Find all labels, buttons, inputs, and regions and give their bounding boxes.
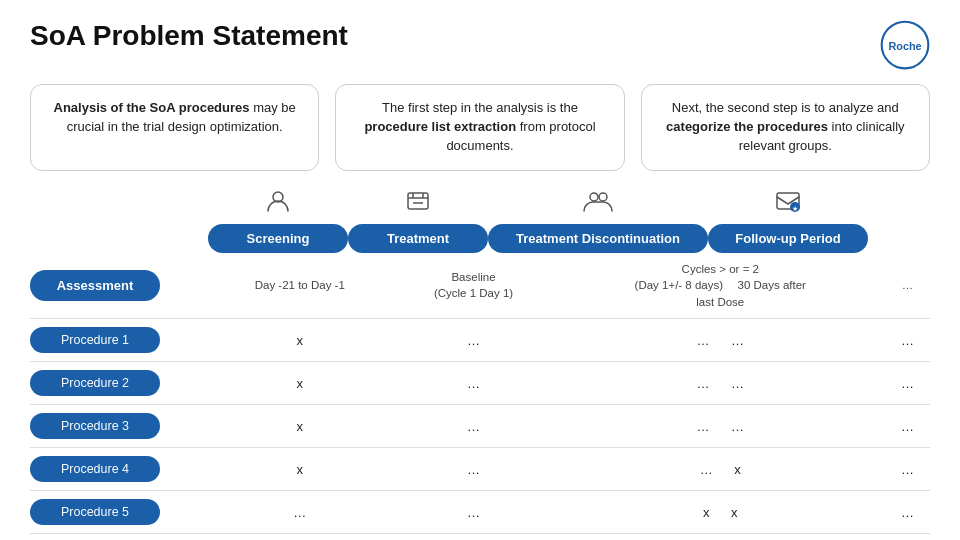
info-box-2: The first step in the analysis is the pr… — [335, 84, 624, 171]
col-label-screening: Screening — [208, 224, 348, 253]
proc1-discontinuation: … … — [555, 319, 885, 362]
roche-logo: Roche — [880, 20, 930, 70]
proc4-screening: x — [208, 448, 392, 491]
col-label-treatment: Treatment — [348, 224, 488, 253]
info-box-1: Analysis of the SoA procedures may be cr… — [30, 84, 319, 171]
assessment-row: Assessment Day -21 to Day -1 Baseline(Cy… — [30, 253, 930, 319]
info-box-1-strong: Analysis of the SoA procedures — [54, 100, 250, 115]
col-header-discontinuation: Treatment Discontinuation — [488, 187, 708, 253]
proc5-followup: … — [885, 491, 930, 534]
proc4-followup: … — [885, 448, 930, 491]
proc3-pill: Procedure 3 — [30, 413, 160, 439]
assessment-screening: Day -21 to Day -1 — [208, 253, 392, 319]
proc2-label-cell: Procedure 2 — [30, 362, 208, 405]
proc5-discontinuation: x x — [555, 491, 885, 534]
svg-text:★: ★ — [792, 204, 798, 211]
table-row: Procedure 2 x … … … … — [30, 362, 930, 405]
page-title: SoA Problem Statement — [30, 20, 348, 52]
proc3-treatment: … — [392, 405, 556, 448]
info-box-3-strong: categorize the procedures — [666, 119, 828, 134]
proc3-label-cell: Procedure 3 — [30, 405, 208, 448]
proc3-screening: x — [208, 405, 392, 448]
proc2-followup: … — [885, 362, 930, 405]
svg-point-9 — [599, 193, 607, 201]
svg-point-8 — [590, 193, 598, 201]
assessment-followup-text: … — [902, 279, 914, 291]
svg-text:Roche: Roche — [888, 40, 921, 52]
proc2-discontinuation: … … — [555, 362, 885, 405]
proc3-discontinuation: … … — [555, 405, 885, 448]
proc2-pill: Procedure 2 — [30, 370, 160, 396]
treatment-icon — [404, 187, 432, 220]
proc1-pill: Procedure 1 — [30, 327, 160, 353]
info-box-3: Next, the second step is to analyze and … — [641, 84, 930, 171]
followup-icon: ★ — [774, 187, 802, 220]
col-label-discontinuation: Treatment Discontinuation — [488, 224, 708, 253]
assessment-followup: … — [885, 253, 930, 319]
info-box-3-text-pre: Next, the second step is to analyze and — [672, 100, 899, 115]
assessment-treatment-text: Baseline(Cycle 1 Day 1) — [434, 271, 513, 300]
col-headers: Screening Treatment — [30, 187, 930, 253]
proc5-treatment: … — [392, 491, 556, 534]
screening-icon — [264, 187, 292, 220]
col-header-treatment: Treatment — [348, 187, 488, 253]
data-table: Assessment Day -21 to Day -1 Baseline(Cy… — [30, 253, 930, 535]
table-row: Procedure 3 x … … … … — [30, 405, 930, 448]
proc1-followup: … — [885, 319, 930, 362]
discontinuation-icon — [582, 187, 614, 220]
page: SoA Problem Statement Roche Analysis of … — [0, 0, 960, 540]
proc2-treatment: … — [392, 362, 556, 405]
assessment-treatment: Baseline(Cycle 1 Day 1) — [392, 253, 556, 319]
col-header-followup: ★ Follow-up Period — [708, 187, 868, 253]
proc5-label-cell: Procedure 5 — [30, 491, 208, 534]
proc5-pill: Procedure 5 — [30, 499, 160, 525]
table-wrapper: Screening Treatment — [30, 187, 930, 535]
proc4-discontinuation: … x — [555, 448, 885, 491]
table-row: Procedure 4 x … … x … — [30, 448, 930, 491]
table-row: Procedure 5 … … x x … — [30, 491, 930, 534]
proc1-treatment: … — [392, 319, 556, 362]
assessment-pill: Assessment — [30, 270, 160, 301]
proc1-screening: x — [208, 319, 392, 362]
col-header-screening: Screening — [208, 187, 348, 253]
proc3-followup: … — [885, 405, 930, 448]
assessment-label-cell: Assessment — [30, 253, 208, 319]
col-label-followup: Follow-up Period — [708, 224, 868, 253]
assessment-screening-text: Day -21 to Day -1 — [255, 279, 345, 291]
table-row: Procedure 1 x … … … … — [30, 319, 930, 362]
info-row: Analysis of the SoA procedures may be cr… — [30, 84, 930, 171]
info-box-2-strong: procedure list extraction — [364, 119, 516, 134]
proc4-treatment: … — [392, 448, 556, 491]
proc2-screening: x — [208, 362, 392, 405]
svg-rect-3 — [408, 193, 428, 209]
assessment-discontinuation: Cycles > or = 2(Day 1+/- 8 days) 30 Days… — [555, 253, 885, 319]
proc1-label-cell: Procedure 1 — [30, 319, 208, 362]
header: SoA Problem Statement Roche — [30, 20, 930, 70]
proc5-screening: … — [208, 491, 392, 534]
proc4-pill: Procedure 4 — [30, 456, 160, 482]
info-box-2-text-pre: The first step in the analysis is the — [382, 100, 578, 115]
proc4-label-cell: Procedure 4 — [30, 448, 208, 491]
